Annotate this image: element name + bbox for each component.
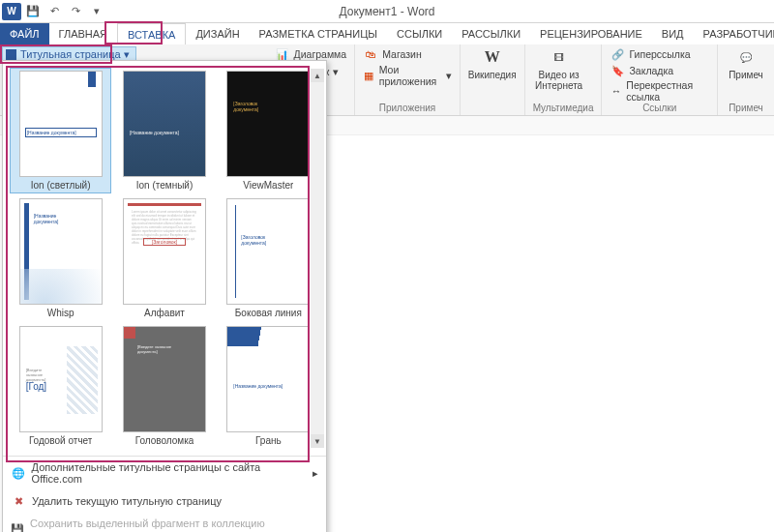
tab-mailings[interactable]: РАССЫЛКИ — [452, 23, 530, 44]
tab-home[interactable]: ГЛАВНАЯ — [49, 23, 117, 44]
gallery-save-selection: 💾 Сохранить выделенный фрагмент в коллек… — [3, 513, 326, 532]
cover-thumb-edge[interactable]: [Название документа] Грань — [219, 324, 318, 448]
document-title: Документ1 - Word — [0, 5, 774, 18]
word-icon: W — [2, 3, 21, 20]
tab-file[interactable]: ФАЙЛ — [0, 23, 49, 44]
cover-thumb-annual[interactable]: [Введитеназваниедокумента][Год] Годовой … — [11, 324, 110, 448]
group-media: Мультимедиа — [533, 103, 594, 115]
wikipedia-button[interactable]: W Википедия — [468, 46, 517, 80]
qat-redo[interactable]: ↷ — [66, 3, 85, 20]
tab-references[interactable]: ССЫЛКИ — [387, 23, 452, 44]
group-note: Примеч — [726, 103, 766, 115]
remove-icon: ✖ — [11, 494, 26, 508]
store-icon: 🛍 — [363, 46, 378, 62]
gallery-more-office[interactable]: 🌐 Дополнительные титульные страницы с са… — [3, 457, 326, 489]
cover-page-gallery: [Название документа] Ion (светлый) [Назв… — [2, 60, 327, 532]
video-icon: 🎞 — [549, 46, 570, 68]
scroll-up-icon[interactable]: ▲ — [311, 69, 324, 82]
comment-button[interactable]: 💬 Примеч — [726, 46, 766, 80]
crossref-icon: ↔ — [610, 83, 622, 99]
myapps-button[interactable]: ▦ Мои приложения▾ — [363, 64, 452, 87]
cover-thumb-ion-light[interactable]: [Название документа] Ion (светлый) — [11, 69, 110, 192]
office-icon: 🌐 — [11, 466, 26, 480]
hyperlink-button[interactable]: 🔗 Гиперссылка — [610, 46, 690, 62]
wikipedia-icon: W — [482, 46, 503, 68]
cover-page-label: Титульная страница — [20, 48, 121, 60]
tab-review[interactable]: РЕЦЕНЗИРОВАНИЕ — [530, 23, 652, 44]
group-apps: Приложения — [363, 103, 452, 115]
cover-thumb-whisp[interactable]: [Названиедокумента] Whisp — [11, 196, 110, 320]
tab-developer[interactable]: РАЗРАБОТЧИК — [694, 23, 774, 44]
qat-save[interactable]: 💾 — [23, 3, 43, 20]
cover-thumb-ion-dark[interactable]: [Название документа] Ion (темный) — [114, 69, 214, 192]
tab-design[interactable]: ДИЗАЙН — [186, 23, 249, 44]
tab-view[interactable]: ВИД — [652, 23, 694, 44]
store-button[interactable]: 🛍 Магазин — [363, 46, 422, 62]
tab-layout[interactable]: РАЗМЕТКА СТРАНИЦЫ — [250, 23, 387, 44]
cover-thumb-viewmaster[interactable]: [Заголовокдокумента] ViewMaster — [219, 69, 318, 192]
qat-undo[interactable]: ↶ — [45, 3, 64, 20]
scroll-down-icon[interactable]: ▼ — [311, 434, 324, 448]
apps-icon: ▦ — [363, 68, 375, 83]
group-links: Ссылки — [610, 103, 709, 115]
crossref-button[interactable]: ↔ Перекрестная ссылка — [610, 79, 709, 103]
gallery-remove-cover[interactable]: ✖ Удалить текущую титульную страницу — [3, 489, 326, 513]
bookmark-icon: 🔖 — [610, 63, 625, 78]
cover-thumb-alphabet[interactable]: Lorem ipsum dolor sit amet consectetur a… — [114, 196, 214, 320]
cover-thumb-sideline[interactable]: [Заголовокдокумента] Боковая линия — [219, 196, 318, 320]
ribbon-tabs: ФАЙЛ ГЛАВНАЯ ВСТАВКА ДИЗАЙН РАЗМЕТКА СТР… — [0, 23, 774, 44]
comment-icon: 💬 — [735, 46, 757, 68]
tab-insert[interactable]: ВСТАВКА — [117, 23, 186, 45]
bookmark-button[interactable]: 🔖 Закладка — [610, 63, 673, 78]
cover-thumb-puzzle[interactable]: [Введите названиедокумента] Головоломка — [114, 324, 214, 448]
hyperlink-icon: 🔗 — [610, 46, 625, 62]
save-selection-icon: 💾 — [11, 522, 24, 532]
qat-customize[interactable]: ▾ — [87, 3, 106, 20]
online-video-button[interactable]: 🎞 Видео из Интернета — [533, 46, 585, 91]
gallery-scrollbar[interactable]: ▲ ▼ — [311, 69, 324, 448]
